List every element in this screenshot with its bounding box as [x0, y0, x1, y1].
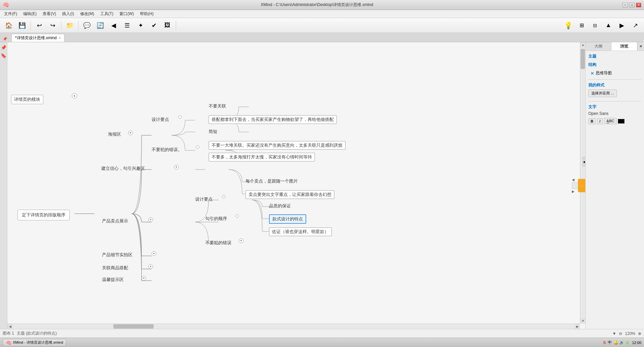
warm-expand-btn[interactable]: + — [142, 276, 146, 281]
canvas-root-label[interactable]: 详情页的模块 — [11, 95, 43, 104]
underline-button[interactable]: A̲BC — [604, 118, 616, 124]
apply-style-button[interactable]: 选择并应用 ... — [588, 89, 617, 97]
left-panel-icon[interactable]: 📌 — [3, 37, 10, 41]
orange-sidebar-button[interactable]: ⋮ — [578, 179, 585, 192]
quality-node[interactable]: 品质的保证 — [269, 203, 291, 209]
window-controls[interactable]: ─ □ ✕ — [623, 3, 641, 7]
canvas-area[interactable]: ⋮ — [7, 42, 585, 329]
mindmap-item[interactable]: ✕ 思维导图 — [588, 69, 641, 77]
filter-icon[interactable]: ▼ — [612, 331, 616, 336]
menu-file[interactable]: 文件(F) — [1, 10, 20, 17]
star-button[interactable]: ✦ — [135, 19, 147, 31]
back-button[interactable]: ◀ — [108, 19, 120, 31]
reload-button[interactable]: 🔄 — [94, 19, 106, 31]
scroll-up-arrow[interactable]: ▲ — [580, 42, 585, 48]
color-picker[interactable] — [618, 119, 625, 124]
comment-button[interactable]: 💬 — [81, 19, 93, 31]
main-tab[interactable]: *详情页设计思维.xmind × — [11, 34, 64, 42]
warm-node[interactable]: 温馨提示区 — [102, 277, 124, 283]
no-relate-node[interactable]: 不要关联 — [209, 103, 226, 109]
menu-modify[interactable]: 修改(M) — [77, 10, 97, 17]
save-button[interactable]: 💾 — [16, 19, 28, 31]
export-button[interactable]: ↗ — [629, 19, 641, 31]
restore-button[interactable]: □ — [629, 3, 635, 7]
redo-button[interactable]: ↪ — [47, 19, 59, 31]
sogou-icon[interactable]: S — [603, 340, 606, 345]
present-button[interactable]: ⊞ — [576, 19, 588, 31]
settings-button[interactable]: ⊟ — [589, 19, 601, 31]
guide-order-label[interactable]: 勾引的顺序 — [205, 216, 227, 222]
no-mistake2-node[interactable]: 不要犯的错误 — [205, 240, 231, 246]
no-too-many-node[interactable]: 不要一大堆关联。买家还没有产生购买意向，太多关联只是感到厌烦 — [209, 141, 345, 150]
menu-tools[interactable]: 工具(T) — [98, 10, 116, 17]
bulb-button[interactable]: 💡 — [562, 19, 574, 31]
scroll-right-arrow[interactable]: ▶ — [575, 324, 580, 329]
match-node[interactable]: 搭配都拿到下面去，当买家买家产生购物欲望了，再给他做搭配 — [209, 115, 337, 124]
root-node[interactable]: 定下详情页的排版顺序 — [17, 210, 70, 220]
menu-help[interactable]: 帮助(H) — [137, 10, 156, 17]
design-tip1-node[interactable]: 设计要点 — [152, 117, 169, 123]
poster-expand-btn[interactable]: + — [128, 131, 133, 135]
menu-insert[interactable]: 插入(I) — [59, 10, 76, 17]
proof-node[interactable]: 佐证（谁也穿这样。明星款） — [269, 227, 332, 236]
image-button[interactable]: 🖼 — [161, 19, 173, 31]
tab-browse[interactable]: 浏览 — [611, 42, 637, 51]
check-button[interactable]: ✔ — [148, 19, 160, 31]
no-mistake2-expand-btn[interactable]: + — [239, 238, 244, 243]
folder-button[interactable]: 📁 — [64, 19, 76, 31]
detail-node[interactable]: 产品细节实拍区 — [102, 252, 132, 258]
tab-bar: 📌 *详情页设计思维.xmind × — [0, 33, 644, 42]
separator-2 — [61, 21, 61, 30]
separator-panel — [588, 79, 641, 80]
scroll-thumb-h[interactable] — [113, 324, 154, 329]
related-node[interactable]: 关联商品搭配 — [102, 265, 128, 271]
establish-node[interactable]: 建立信心，勾引兴趣区 — [101, 165, 145, 171]
each-selling-node[interactable]: 每个卖点，是跟随一个图片 — [246, 178, 298, 184]
xmind-taskbar-icon: 🧠 — [6, 340, 11, 345]
showcase-expand-btn[interactable]: + — [148, 217, 153, 222]
tab-close-button[interactable]: × — [59, 36, 61, 40]
detail-expand-btn[interactable]: + — [152, 251, 156, 256]
root-expand-btn[interactable]: + — [72, 93, 77, 98]
xmind-taskbar-item[interactable]: 🧠 XMind - 详情页设计思维.xmind — [3, 339, 66, 346]
lang-indicator[interactable]: 中 — [608, 340, 612, 345]
zoom-increase[interactable]: ⊕ — [638, 331, 641, 336]
not-too-slow-node[interactable]: 不要多，太多海报打开太慢，买家没有心情时间等待 — [209, 153, 315, 161]
panel-collapse-btn[interactable]: ◀ — [582, 157, 586, 167]
minimize-button[interactable]: ─ — [623, 3, 628, 7]
scroll-left-arrow[interactable]: ◀ — [7, 324, 13, 329]
establish-expand-btn[interactable]: + — [174, 165, 179, 169]
title-bar: 🧠 XMind - C:\Users\Administrator\Desktop… — [0, 0, 644, 10]
list-button[interactable]: ☰ — [121, 19, 133, 31]
close-button[interactable]: ✕ — [636, 3, 641, 7]
zoom-decrease[interactable]: ⊖ — [619, 331, 622, 336]
sidebar-icon-1[interactable]: 📌 — [1, 45, 6, 50]
home-button[interactable]: 🏠 — [3, 19, 15, 31]
no-mistake-node[interactable]: 不要犯的错误。 — [152, 147, 182, 153]
menu-window[interactable]: 窗口(W) — [117, 10, 137, 17]
text-title: 文字 — [588, 104, 641, 110]
canvas-label: 图布 1 — [3, 331, 14, 336]
sidebar-icon-2[interactable]: 🔖 — [1, 53, 6, 58]
showcase-node[interactable]: 产品卖点展示 — [102, 218, 128, 224]
tab-outline[interactable]: 大纲 — [586, 42, 611, 51]
main-layout: 📌 🔖 ⋮ — [0, 42, 644, 329]
menu-view[interactable]: 查看(V) — [40, 10, 59, 17]
up-button[interactable]: ▲ — [602, 19, 614, 31]
next-button[interactable]: ▶ — [616, 19, 628, 31]
style-feature-node[interactable]: 款式设计的特点 — [269, 214, 306, 224]
horizontal-scrollbar[interactable]: ◀ ▶ — [7, 324, 580, 329]
related-expand-btn[interactable]: + — [148, 264, 153, 269]
poster-node[interactable]: 海报区 — [108, 131, 121, 137]
bold-button[interactable]: B — [588, 118, 596, 124]
simple-node[interactable]: 简短 — [209, 129, 217, 135]
italic-button[interactable]: I — [597, 118, 603, 124]
menu-edit[interactable]: 编辑(E) — [20, 10, 39, 17]
design-tip2-node[interactable]: 设计要点 — [195, 196, 213, 202]
undo-button[interactable]: ↩ — [33, 19, 45, 31]
scroll-down-arrow[interactable]: ▼ — [580, 318, 585, 324]
tab-label: *详情页设计思维.xmind — [15, 35, 57, 41]
highlight-node[interactable]: 卖点要突出文字重点，让买家跟着你去幻想 — [246, 190, 334, 199]
scroll-thumb-v[interactable] — [581, 49, 585, 69]
panel-close-btn[interactable]: ✕ — [637, 42, 644, 51]
